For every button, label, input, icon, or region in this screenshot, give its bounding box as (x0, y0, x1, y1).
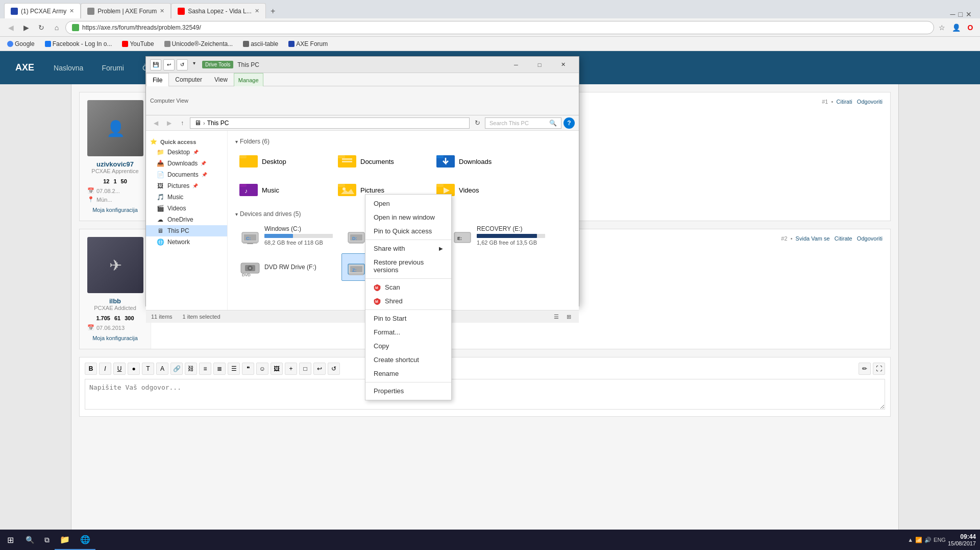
folder-downloads[interactable]: Downloads (432, 149, 527, 174)
ctx-open-new-window[interactable]: Open in new window (365, 210, 451, 224)
sidebar-item-pictures[interactable]: 🖼 Pictures 📌 (146, 180, 227, 192)
sidebar-item-network[interactable]: 🌐 Network (146, 236, 227, 248)
ctx-pin-quick-access[interactable]: Pin to Quick access (365, 224, 451, 238)
ctx-properties[interactable]: Properties (365, 384, 451, 398)
forward-button[interactable]: ▶ (19, 21, 33, 34)
chrome-taskbar[interactable]: 🌐 (75, 530, 95, 550)
title-dropdown[interactable]: ▾ (190, 59, 198, 67)
ctx-shred[interactable]: M Shred (365, 294, 451, 308)
editor-unlink[interactable]: ⛓ (185, 363, 197, 375)
details-view-button[interactable]: ☰ (551, 312, 561, 322)
drive-dvd-f[interactable]: DVD DVD RW Drive (F:) (235, 253, 337, 281)
ctx-rename[interactable]: Rename (365, 367, 451, 380)
clock[interactable]: 09:44 15/08/2017 (948, 533, 976, 546)
editor-undo[interactable]: ↩ (313, 363, 326, 375)
tab-2[interactable]: Problem | AXE Forum ✕ (81, 3, 171, 18)
editor-bold[interactable]: B (85, 363, 97, 375)
editor-quote[interactable]: ❝ (242, 363, 254, 375)
maximize-browser-button[interactable]: □ (959, 10, 963, 18)
help-button[interactable]: ? (564, 117, 575, 129)
editor-text-a[interactable]: A (156, 363, 168, 375)
exp-forward-button[interactable]: ▶ (163, 117, 175, 129)
tray-arrow[interactable]: ▲ (908, 537, 913, 543)
quick-redo-btn[interactable]: ↺ (177, 59, 188, 70)
refresh-button[interactable]: ↻ (472, 117, 483, 129)
bookmark-youtube[interactable]: YouTube (119, 39, 157, 49)
tab-3-close[interactable]: ✕ (255, 8, 259, 14)
sidebar-item-thispc[interactable]: 🖥 This PC (146, 225, 227, 236)
post-2-reply[interactable]: Odgovoriti (857, 235, 883, 242)
opera-icon[interactable]: O (965, 22, 976, 33)
bookmark-axe[interactable]: AXE Forum (285, 39, 331, 49)
ctx-restore-versions[interactable]: Restore previous versions (365, 255, 451, 277)
minimize-button[interactable]: ─ (504, 57, 528, 73)
nav-naslovna[interactable]: Naslovna (50, 62, 87, 74)
restore-button[interactable]: □ (528, 57, 551, 73)
sidebar-item-desktop[interactable]: 📁 Desktop 📌 (146, 147, 227, 158)
reload-button[interactable]: ↻ (35, 21, 48, 34)
post-1-action-cite[interactable]: Citirati (837, 99, 852, 105)
exp-up-button[interactable]: ↑ (177, 117, 188, 129)
profile-button[interactable]: 👤 (950, 22, 962, 33)
post-1-config[interactable]: Moja konfiguracija (87, 207, 143, 213)
language-tray[interactable]: ENG (934, 537, 946, 543)
post-2-like[interactable]: Svida Vam se (796, 235, 830, 242)
search-box[interactable]: Search This PC 🔍 (485, 117, 561, 129)
bookmark-unicode[interactable]: Unicode®-Zeichenta... (161, 39, 236, 49)
ctx-pin-to-start[interactable]: Pin to Start (365, 312, 451, 325)
ribbon-tab-file[interactable]: File (146, 73, 169, 86)
network-tray-icon[interactable]: 📶 (915, 537, 922, 543)
folder-documents[interactable]: Documents (334, 149, 428, 174)
editor-underline[interactable]: U (113, 363, 126, 375)
search-taskbar-button[interactable]: 🔍 (20, 530, 39, 550)
address-box[interactable]: 🖥 › This PC (190, 117, 470, 129)
editor-table[interactable]: □ (299, 363, 311, 375)
drive-recovery-e[interactable]: E: RECOVERY (E:) 1,62 GB free of 13,5 GB (448, 222, 550, 249)
quick-undo-btn[interactable]: ↩ (163, 59, 175, 70)
task-view-button[interactable]: ⧉ (39, 530, 55, 550)
volume-tray-icon[interactable]: 🔊 (924, 537, 932, 543)
back-button[interactable]: ◀ (4, 21, 17, 34)
tab-3[interactable]: Sasha Lopez - Vida L... ✕ (171, 3, 266, 18)
exp-back-button[interactable]: ◀ (150, 117, 161, 129)
editor-image[interactable]: 🖼 (271, 363, 283, 375)
sidebar-item-downloads[interactable]: 📥 Downloads 📌 (146, 158, 227, 169)
editor-list1[interactable]: ≣ (213, 363, 226, 375)
tab-1-close[interactable]: ✕ (69, 8, 74, 14)
ctx-format[interactable]: Format... (365, 325, 451, 339)
bookmark-google[interactable]: Google (4, 39, 38, 49)
minimize-browser-button[interactable]: ─ (950, 10, 955, 18)
quick-save-btn[interactable]: 💾 (150, 59, 161, 70)
sidebar-item-onedrive[interactable]: ☁ OneDrive (146, 214, 227, 225)
bookmarks-button[interactable]: ☆ (936, 22, 947, 33)
sidebar-item-documents[interactable]: 📄 Documents 📌 (146, 169, 227, 180)
ctx-copy[interactable]: Copy (365, 339, 451, 353)
close-button[interactable]: ✕ (551, 57, 575, 73)
editor-src[interactable]: ✏ (859, 363, 871, 375)
editor-media[interactable]: + (285, 363, 297, 375)
editor-text-t[interactable]: T (142, 363, 154, 375)
file-explorer-taskbar[interactable]: 📁 (55, 530, 75, 550)
editor-color[interactable]: ● (128, 363, 140, 375)
large-icons-view-button[interactable]: ⊞ (564, 312, 574, 322)
ctx-share-with[interactable]: Share with ▶ (365, 242, 451, 255)
editor-fullscreen[interactable]: ⛶ (873, 363, 885, 375)
ribbon-tab-view[interactable]: View (208, 73, 234, 86)
folder-music[interactable]: ♪ Music (235, 178, 330, 202)
editor-emoji[interactable]: ☺ (256, 363, 268, 375)
tab-1[interactable]: (1) PCXAE Army ✕ (4, 3, 81, 18)
address-bar[interactable]: https://axe.rs/forum/threads/problem.325… (65, 21, 934, 34)
ctx-scan[interactable]: M Scan (365, 280, 451, 294)
ctx-create-shortcut[interactable]: Create shortcut (365, 353, 451, 367)
post-2-cite[interactable]: Citirate (835, 235, 852, 242)
editor-list2[interactable]: ☰ (228, 363, 240, 375)
sidebar-item-music[interactable]: 🎵 Music (146, 192, 227, 203)
reply-textarea[interactable] (85, 379, 885, 410)
editor-link[interactable]: 🔗 (170, 363, 183, 375)
drive-windows-c[interactable]: C: Windows (C:) 68,2 GB free of 118 GB (235, 222, 337, 249)
folder-desktop[interactable]: Desktop (235, 149, 330, 174)
post-2-config[interactable]: Moja konfiguracija (87, 335, 143, 341)
new-tab-button[interactable]: + (266, 4, 280, 18)
home-button[interactable]: ⌂ (50, 21, 63, 34)
tab-2-close[interactable]: ✕ (160, 8, 164, 14)
